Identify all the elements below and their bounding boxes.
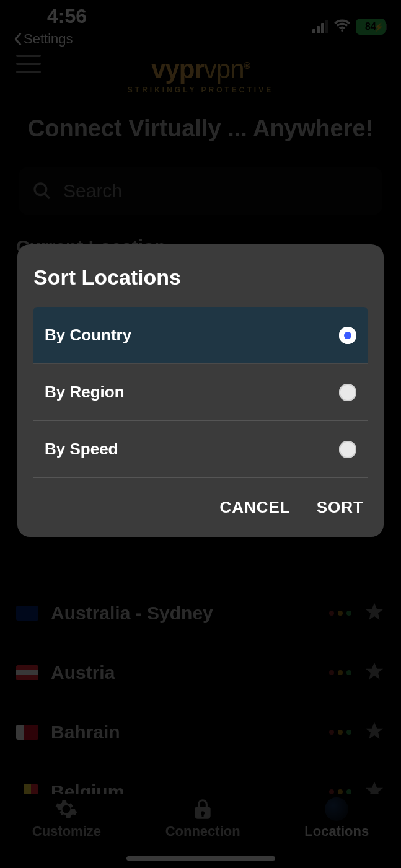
location-name: Australia - Sydney: [51, 603, 317, 624]
latency-indicator: [329, 611, 351, 616]
back-label: Settings: [24, 31, 73, 47]
tab-label: Connection: [165, 823, 240, 839]
wifi-icon: [333, 19, 351, 35]
hero: Connect Virtually ... Anywhere!: [0, 98, 401, 224]
home-indicator[interactable]: [126, 856, 275, 861]
battery-indicator: 84 ⚡: [356, 19, 387, 35]
tab-bar: Customize Connection Locations: [0, 794, 401, 868]
charging-icon: ⚡: [374, 22, 384, 32]
sort-button[interactable]: SORT: [317, 498, 364, 517]
location-name: Bahrain: [51, 722, 317, 743]
status-time: 4:56: [14, 6, 87, 26]
location-list: Australia - Sydney Austria Bahrain Belgi…: [0, 583, 401, 822]
tab-label: Customize: [32, 823, 101, 839]
hero-title: Connect Virtually ... Anywhere!: [12, 115, 389, 142]
sort-locations-modal: Sort Locations By Country By Region By S…: [17, 244, 384, 537]
search-input[interactable]: [63, 180, 369, 202]
latency-indicator: [329, 670, 351, 675]
list-item[interactable]: Bahrain: [16, 702, 385, 762]
tab-locations[interactable]: Locations: [304, 797, 369, 839]
location-name: Austria: [51, 662, 317, 683]
tab-connection[interactable]: Connection: [165, 797, 240, 839]
sort-option-speed[interactable]: By Speed: [33, 421, 368, 478]
lock-icon: [191, 797, 214, 821]
latency-indicator: [329, 730, 351, 735]
favorite-star-icon[interactable]: [364, 601, 385, 625]
option-label: By Country: [45, 326, 131, 345]
brand-tagline: STRIKINGLY PROTECTIVE: [128, 86, 273, 94]
back-to-settings[interactable]: Settings: [14, 31, 87, 47]
list-item[interactable]: Austria: [16, 643, 385, 702]
brand-strong: vypr: [151, 55, 204, 84]
cancel-button[interactable]: CANCEL: [219, 498, 290, 517]
flag-icon: [16, 725, 38, 740]
status-bar: 4:56 Settings 84 ⚡: [0, 0, 401, 48]
svg-point-0: [35, 184, 46, 195]
search-icon: [32, 181, 52, 201]
app-header: vyprvpn® STRIKINGLY PROTECTIVE: [0, 48, 401, 98]
list-item[interactable]: Australia - Sydney: [16, 583, 385, 643]
status-right: 84 ⚡: [312, 6, 387, 35]
modal-actions: CANCEL SORT: [33, 478, 368, 520]
flag-icon: [16, 665, 38, 680]
globe-icon: [325, 797, 348, 821]
flag-icon: [16, 606, 38, 621]
sort-option-country[interactable]: By Country: [33, 307, 368, 364]
gear-icon: [55, 797, 78, 821]
radio-icon: [339, 384, 356, 401]
status-left: 4:56 Settings: [14, 6, 87, 47]
radio-icon: [339, 441, 356, 458]
favorite-star-icon[interactable]: [364, 661, 385, 684]
modal-title: Sort Locations: [33, 265, 368, 290]
favorite-star-icon[interactable]: [364, 720, 385, 744]
brand-light: vpn: [204, 55, 244, 84]
svg-line-1: [45, 194, 50, 198]
brand-logo: vyprvpn® STRIKINGLY PROTECTIVE: [128, 55, 273, 94]
sort-option-region[interactable]: By Region: [33, 364, 368, 421]
cellular-signal-icon: [312, 20, 328, 33]
search-box[interactable]: [19, 167, 382, 215]
option-label: By Region: [45, 383, 125, 402]
radio-icon: [339, 327, 356, 344]
menu-icon[interactable]: [16, 55, 41, 73]
tab-customize[interactable]: Customize: [32, 797, 101, 839]
option-label: By Speed: [45, 440, 118, 459]
tab-label: Locations: [304, 823, 369, 839]
